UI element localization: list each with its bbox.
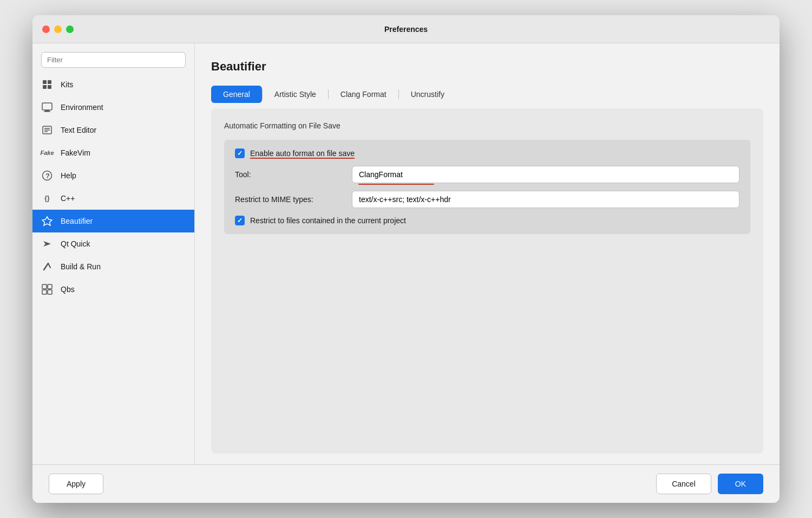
close-button[interactable]: [42, 25, 50, 33]
environment-icon: [41, 101, 53, 113]
tab-artistic-style[interactable]: Artistic Style: [263, 86, 328, 103]
tool-select-wrapper: ClangFormat ArtisticStyle Uncrustify: [352, 166, 739, 183]
cpp-label: C++: [61, 194, 75, 203]
svg-rect-3: [48, 85, 51, 89]
panel-title: Beautifier: [211, 60, 763, 74]
sidebar-item-fakevim[interactable]: Fake FakeVim: [32, 141, 194, 164]
cancel-button[interactable]: Cancel: [656, 474, 711, 494]
ok-button[interactable]: OK: [718, 474, 763, 494]
sidebar-item-qt-quick[interactable]: Qt Quick: [32, 232, 194, 255]
svg-rect-4: [42, 103, 52, 110]
mime-input[interactable]: [352, 191, 739, 208]
qbs-icon: [41, 283, 53, 295]
sidebar-item-cpp[interactable]: {} C++: [32, 187, 194, 210]
sidebar-item-beautifier[interactable]: Beautifier: [32, 210, 194, 232]
build-run-label: Build & Run: [61, 262, 101, 271]
svg-line-16: [48, 263, 50, 268]
fakevim-label: FakeVim: [61, 148, 90, 157]
sidebar-item-environment[interactable]: Environment: [32, 96, 194, 119]
bottom-right-buttons: Cancel OK: [656, 474, 763, 494]
text-editor-icon: [41, 124, 53, 136]
tab-uncrustify[interactable]: Uncrustify: [399, 86, 456, 103]
window-title: Preferences: [384, 25, 428, 34]
build-run-icon: [41, 261, 53, 273]
cpp-icon: {}: [41, 192, 53, 204]
kits-icon: [41, 79, 53, 90]
enable-auto-format-row: Enable auto format on file save: [235, 148, 739, 158]
section-label: Automatic Formatting on File Save: [224, 121, 750, 130]
window-controls[interactable]: [42, 25, 74, 33]
filter-container: [32, 43, 194, 73]
svg-marker-14: [43, 241, 51, 247]
svg-marker-13: [42, 217, 52, 225]
minimize-button[interactable]: [54, 25, 62, 33]
restrict-project-checkbox[interactable]: [235, 216, 245, 225]
beautifier-label: Beautifier: [61, 217, 93, 225]
svg-rect-2: [43, 85, 47, 89]
environment-label: Environment: [61, 103, 103, 112]
svg-rect-5: [45, 110, 49, 111]
beautifier-icon: [41, 215, 53, 227]
tabs-container: General Artistic Style Clang Format Uncr…: [211, 86, 763, 103]
restrict-project-row: Restrict to files contained in the curre…: [235, 216, 739, 225]
sidebar-item-help[interactable]: ? Help: [32, 164, 194, 187]
qt-quick-label: Qt Quick: [61, 239, 90, 248]
sidebar-item-build-run[interactable]: Build & Run: [32, 255, 194, 278]
svg-rect-20: [48, 290, 52, 294]
tool-field-row: Tool: ClangFormat ArtisticStyle Uncrusti…: [235, 166, 739, 183]
help-label: Help: [61, 171, 76, 180]
mime-field-row: Restrict to MIME types:: [235, 191, 739, 208]
bottom-bar: Apply Cancel OK: [32, 464, 780, 503]
svg-rect-1: [48, 80, 51, 84]
enable-auto-format-label: Enable auto format on file save: [250, 149, 355, 158]
right-panel: Beautifier General Artistic Style Clang …: [195, 43, 780, 464]
qbs-label: Qbs: [61, 285, 75, 294]
help-icon: ?: [41, 170, 53, 182]
svg-text:?: ?: [45, 172, 50, 180]
content-area: Automatic Formatting on File Save Enable…: [211, 108, 763, 454]
svg-rect-17: [42, 284, 47, 289]
mime-label: Restrict to MIME types:: [235, 195, 343, 204]
form-group: Enable auto format on file save Tool: Cl…: [224, 140, 750, 234]
sidebar-list: Kits Environment: [32, 73, 194, 464]
main-content: Kits Environment: [32, 43, 780, 464]
filter-input[interactable]: [41, 52, 186, 68]
enable-auto-format-checkbox[interactable]: [235, 148, 245, 158]
apply-button[interactable]: Apply: [49, 474, 103, 494]
fakevim-icon: Fake: [41, 147, 53, 159]
sidebar: Kits Environment: [32, 43, 195, 464]
svg-rect-0: [43, 80, 47, 84]
sidebar-item-kits[interactable]: Kits: [32, 73, 194, 96]
svg-line-15: [44, 263, 48, 270]
svg-rect-18: [48, 284, 52, 289]
titlebar: Preferences: [32, 15, 780, 43]
tool-select[interactable]: ClangFormat ArtisticStyle Uncrustify: [352, 166, 739, 183]
svg-rect-19: [42, 290, 47, 294]
tab-general[interactable]: General: [211, 86, 262, 103]
text-editor-label: Text Editor: [61, 126, 96, 134]
tab-clang-format[interactable]: Clang Format: [329, 86, 398, 103]
maximize-button[interactable]: [66, 25, 74, 33]
svg-rect-6: [44, 111, 50, 112]
tool-label: Tool:: [235, 170, 343, 179]
sidebar-item-text-editor[interactable]: Text Editor: [32, 119, 194, 141]
tool-select-underline: [358, 184, 434, 185]
qt-quick-icon: [41, 238, 53, 250]
restrict-project-label: Restrict to files contained in the curre…: [250, 216, 406, 225]
sidebar-item-qbs[interactable]: Qbs: [32, 278, 194, 301]
kits-label: Kits: [61, 80, 73, 89]
